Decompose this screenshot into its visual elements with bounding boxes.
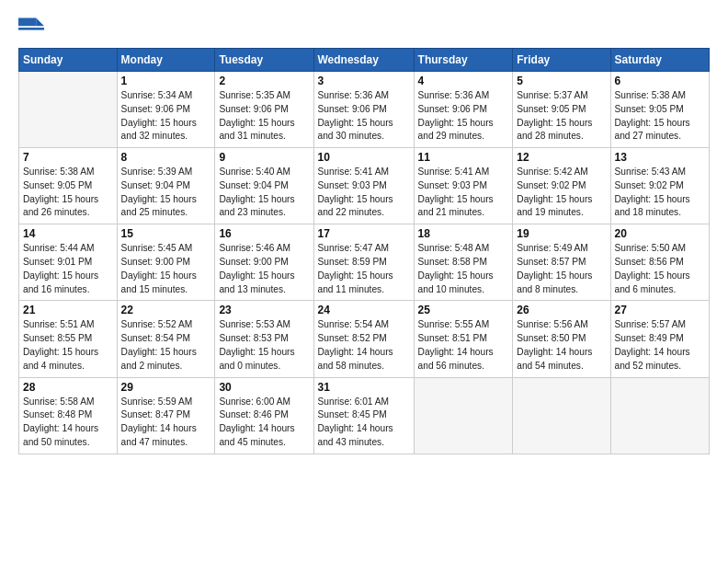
- day-number: 7: [23, 151, 113, 164]
- calendar-cell: 3Sunrise: 5:36 AM Sunset: 9:06 PM Daylig…: [313, 72, 414, 148]
- day-number: 10: [318, 151, 410, 164]
- calendar-cell: 30Sunrise: 6:00 AM Sunset: 8:46 PM Dayli…: [215, 377, 313, 454]
- calendar-cell: 16Sunrise: 5:46 AM Sunset: 9:00 PM Dayli…: [215, 224, 313, 301]
- day-info: Sunrise: 5:42 AM Sunset: 9:02 PM Dayligh…: [517, 166, 606, 220]
- day-info: Sunrise: 5:58 AM Sunset: 8:48 PM Dayligh…: [23, 396, 113, 450]
- day-info: Sunrise: 5:47 AM Sunset: 8:59 PM Dayligh…: [318, 242, 410, 296]
- calendar-cell: 1Sunrise: 5:34 AM Sunset: 9:06 PM Daylig…: [117, 72, 215, 148]
- weekday-header: Sunday: [19, 49, 118, 72]
- calendar-cell: 12Sunrise: 5:42 AM Sunset: 9:02 PM Dayli…: [513, 148, 610, 224]
- calendar-cell: [513, 377, 610, 454]
- day-info: Sunrise: 5:38 AM Sunset: 9:05 PM Dayligh…: [615, 89, 706, 144]
- day-number: 28: [23, 381, 113, 394]
- logo: [18, 15, 48, 40]
- calendar-cell: 20Sunrise: 5:50 AM Sunset: 8:56 PM Dayli…: [610, 224, 710, 301]
- calendar-cell: 7Sunrise: 5:38 AM Sunset: 9:05 PM Daylig…: [19, 148, 118, 224]
- day-info: Sunrise: 5:52 AM Sunset: 8:54 PM Dayligh…: [121, 318, 211, 373]
- day-info: Sunrise: 5:54 AM Sunset: 8:52 PM Dayligh…: [318, 318, 410, 373]
- weekday-header: Wednesday: [313, 49, 414, 72]
- calendar-cell: 15Sunrise: 5:45 AM Sunset: 9:00 PM Dayli…: [117, 224, 215, 301]
- day-number: 15: [121, 227, 211, 240]
- calendar-week-row: 28Sunrise: 5:58 AM Sunset: 8:48 PM Dayli…: [19, 377, 710, 454]
- calendar-cell: 29Sunrise: 5:59 AM Sunset: 8:47 PM Dayli…: [117, 377, 215, 454]
- day-number: 13: [615, 151, 706, 164]
- calendar-cell: 13Sunrise: 5:43 AM Sunset: 9:02 PM Dayli…: [610, 148, 710, 224]
- page: SundayMondayTuesdayWednesdayThursdayFrid…: [0, 0, 728, 473]
- day-info: Sunrise: 5:37 AM Sunset: 9:05 PM Dayligh…: [517, 89, 606, 144]
- weekday-header: Tuesday: [215, 49, 313, 72]
- day-number: 18: [418, 227, 509, 240]
- calendar-cell: 24Sunrise: 5:54 AM Sunset: 8:52 PM Dayli…: [313, 301, 414, 377]
- day-info: Sunrise: 5:57 AM Sunset: 8:49 PM Dayligh…: [615, 318, 706, 373]
- day-info: Sunrise: 5:35 AM Sunset: 9:06 PM Dayligh…: [219, 89, 309, 144]
- calendar-week-row: 1Sunrise: 5:34 AM Sunset: 9:06 PM Daylig…: [19, 72, 710, 148]
- day-number: 23: [219, 304, 309, 316]
- calendar-week-row: 7Sunrise: 5:38 AM Sunset: 9:05 PM Daylig…: [19, 148, 710, 224]
- day-number: 29: [121, 381, 211, 394]
- header-row: SundayMondayTuesdayWednesdayThursdayFrid…: [19, 49, 710, 72]
- day-info: Sunrise: 5:38 AM Sunset: 9:05 PM Dayligh…: [23, 166, 113, 220]
- calendar-week-row: 21Sunrise: 5:51 AM Sunset: 8:55 PM Dayli…: [19, 301, 710, 377]
- day-info: Sunrise: 5:36 AM Sunset: 9:06 PM Dayligh…: [318, 89, 410, 144]
- day-number: 6: [615, 75, 706, 87]
- day-info: Sunrise: 5:41 AM Sunset: 9:03 PM Dayligh…: [418, 166, 509, 220]
- calendar-cell: 11Sunrise: 5:41 AM Sunset: 9:03 PM Dayli…: [414, 148, 513, 224]
- day-info: Sunrise: 5:59 AM Sunset: 8:47 PM Dayligh…: [121, 396, 211, 450]
- calendar-cell: [610, 377, 710, 454]
- day-number: 22: [121, 304, 211, 316]
- calendar-cell: 10Sunrise: 5:41 AM Sunset: 9:03 PM Dayli…: [313, 148, 414, 224]
- day-number: 2: [219, 75, 309, 87]
- calendar-cell: 21Sunrise: 5:51 AM Sunset: 8:55 PM Dayli…: [19, 301, 118, 377]
- calendar-week-row: 14Sunrise: 5:44 AM Sunset: 9:01 PM Dayli…: [19, 224, 710, 301]
- day-number: 19: [517, 227, 606, 240]
- calendar-cell: 14Sunrise: 5:44 AM Sunset: 9:01 PM Dayli…: [19, 224, 118, 301]
- day-info: Sunrise: 5:34 AM Sunset: 9:06 PM Dayligh…: [121, 89, 211, 144]
- day-info: Sunrise: 5:53 AM Sunset: 8:53 PM Dayligh…: [219, 318, 309, 373]
- day-number: 27: [615, 304, 706, 316]
- day-number: 16: [219, 227, 309, 240]
- day-number: 11: [418, 151, 509, 164]
- calendar-cell: 5Sunrise: 5:37 AM Sunset: 9:05 PM Daylig…: [513, 72, 610, 148]
- day-number: 20: [615, 227, 706, 240]
- calendar-cell: 17Sunrise: 5:47 AM Sunset: 8:59 PM Dayli…: [313, 224, 414, 301]
- day-number: 21: [23, 304, 113, 316]
- day-info: Sunrise: 5:55 AM Sunset: 8:51 PM Dayligh…: [418, 318, 509, 373]
- weekday-header: Thursday: [414, 49, 513, 72]
- calendar-cell: 22Sunrise: 5:52 AM Sunset: 8:54 PM Dayli…: [117, 301, 215, 377]
- calendar-cell: 23Sunrise: 5:53 AM Sunset: 8:53 PM Dayli…: [215, 301, 313, 377]
- day-info: Sunrise: 5:51 AM Sunset: 8:55 PM Dayligh…: [23, 318, 113, 373]
- day-number: 17: [318, 227, 410, 240]
- day-info: Sunrise: 5:45 AM Sunset: 9:00 PM Dayligh…: [121, 242, 211, 296]
- calendar-cell: 6Sunrise: 5:38 AM Sunset: 9:05 PM Daylig…: [610, 72, 710, 148]
- day-info: Sunrise: 5:39 AM Sunset: 9:04 PM Dayligh…: [121, 166, 211, 220]
- calendar-cell: 9Sunrise: 5:40 AM Sunset: 9:04 PM Daylig…: [215, 148, 313, 224]
- day-number: 9: [219, 151, 309, 164]
- weekday-header: Monday: [117, 49, 215, 72]
- calendar-cell: 25Sunrise: 5:55 AM Sunset: 8:51 PM Dayli…: [414, 301, 513, 377]
- day-info: Sunrise: 5:41 AM Sunset: 9:03 PM Dayligh…: [318, 166, 410, 220]
- logo-icon: [18, 15, 44, 40]
- day-info: Sunrise: 5:56 AM Sunset: 8:50 PM Dayligh…: [517, 318, 606, 373]
- calendar-cell: 26Sunrise: 5:56 AM Sunset: 8:50 PM Dayli…: [513, 301, 610, 377]
- svg-rect-3: [18, 28, 44, 30]
- calendar-cell: 2Sunrise: 5:35 AM Sunset: 9:06 PM Daylig…: [215, 72, 313, 148]
- day-number: 30: [219, 381, 309, 394]
- day-number: 12: [517, 151, 606, 164]
- day-number: 25: [418, 304, 509, 316]
- day-info: Sunrise: 5:44 AM Sunset: 9:01 PM Dayligh…: [23, 242, 113, 296]
- calendar-cell: 31Sunrise: 6:01 AM Sunset: 8:45 PM Dayli…: [313, 377, 414, 454]
- day-number: 4: [418, 75, 509, 87]
- day-info: Sunrise: 6:00 AM Sunset: 8:46 PM Dayligh…: [219, 396, 309, 450]
- calendar-cell: 28Sunrise: 5:58 AM Sunset: 8:48 PM Dayli…: [19, 377, 118, 454]
- calendar-cell: 4Sunrise: 5:36 AM Sunset: 9:06 PM Daylig…: [414, 72, 513, 148]
- day-info: Sunrise: 5:46 AM Sunset: 9:00 PM Dayligh…: [219, 242, 309, 296]
- calendar-cell: [414, 377, 513, 454]
- day-info: Sunrise: 5:49 AM Sunset: 8:57 PM Dayligh…: [517, 242, 606, 296]
- calendar-table: SundayMondayTuesdayWednesdayThursdayFrid…: [18, 48, 710, 454]
- calendar-cell: 8Sunrise: 5:39 AM Sunset: 9:04 PM Daylig…: [117, 148, 215, 224]
- header: [18, 15, 710, 40]
- day-number: 31: [318, 381, 410, 394]
- day-number: 26: [517, 304, 606, 316]
- day-info: Sunrise: 5:43 AM Sunset: 9:02 PM Dayligh…: [615, 166, 706, 220]
- day-number: 8: [121, 151, 211, 164]
